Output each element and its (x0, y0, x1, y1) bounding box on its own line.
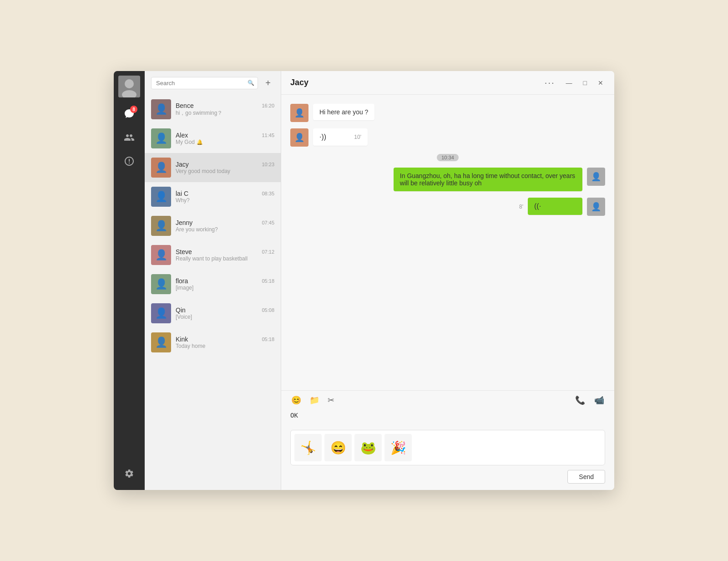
contact-time-bence: 16:20 (262, 103, 274, 108)
icon-sidebar: 8 (114, 71, 145, 490)
phone-button[interactable]: 📞 (574, 394, 586, 406)
contact-info-bence: Bence 16:20 hi，go swimming？ (176, 102, 274, 117)
contact-item-alex[interactable]: 👤 Alex 11:45 My God 🔔 (145, 124, 281, 153)
nav-discover-icon[interactable] (120, 152, 138, 170)
contact-item-jenny[interactable]: 👤 Jenny 07:45 Are you working? (145, 211, 281, 240)
contact-preview-bence: hi，go swimming？ (176, 109, 274, 117)
contact-time-alex: 11:45 (262, 133, 274, 138)
msg-bubble-m3: In Guangzhou, oh, ha ha long time withou… (394, 168, 582, 191)
search-input[interactable] (151, 77, 258, 89)
avatar-person-jenny: 👤 (151, 216, 171, 236)
contact-name-steve: Steve (176, 248, 192, 255)
contact-time-flora: 05:18 (262, 278, 274, 284)
window-controls: — □ ✕ (564, 78, 605, 87)
chat-messages: 👤 Hi here are you ? 👤 ·)) 10' 10:34 👤 In… (281, 95, 614, 390)
chat-titlebar: Jacy ··· — □ ✕ (281, 71, 614, 95)
voice-icon-m4: ((· (534, 202, 541, 210)
contact-item-bence[interactable]: 👤 Bence 16:20 hi，go swimming？ (145, 95, 281, 124)
contact-info-steve: Steve 07:12 Really want to play basketba… (176, 248, 274, 262)
add-contact-button[interactable]: + (262, 76, 274, 89)
maximize-button[interactable]: □ (581, 78, 589, 87)
contact-item-flora[interactable]: 👤 flora 05:18 [image] (145, 270, 281, 299)
chat-input[interactable] (290, 412, 605, 423)
contact-avatar-lai: 👤 (151, 187, 171, 207)
search-bar: 🔍 + (145, 71, 281, 95)
avatar-person-flora: 👤 (151, 274, 171, 294)
preview-text-qin: [Voice] (176, 314, 192, 320)
msg-row-m4: 👤 ((· 8' (290, 198, 605, 216)
scissors-button[interactable]: ✂ (327, 394, 335, 406)
msg-bubble-m4[interactable]: ((· (528, 198, 582, 215)
contact-name-row-jenny: Jenny 07:45 (176, 219, 274, 226)
contact-preview-steve: Really want to play basketball (176, 255, 274, 262)
contact-name-row-qin: Qin 05:08 (176, 306, 274, 314)
contact-item-lai[interactable]: 👤 lai C 08:35 Why? (145, 182, 281, 211)
sticker-3[interactable]: 🎉 (384, 434, 412, 461)
svg-point-1 (125, 79, 134, 88)
contact-panel: 🔍 + 👤 Bence 16:20 hi，go swimming？ 👤 Alex (145, 71, 281, 490)
avatar-icon-m4: 👤 (591, 202, 601, 212)
contact-time-jenny: 07:45 (262, 220, 274, 225)
search-icon: 🔍 (248, 80, 254, 86)
contact-info-jacy: Jacy 10:23 Very good mood today (176, 161, 274, 174)
avatar-person-bence: 👤 (151, 99, 171, 119)
contact-info-lai: lai C 08:35 Why? (176, 190, 274, 204)
contact-name-qin: Qin (176, 306, 186, 314)
contact-name-row-steve: Steve 07:12 (176, 248, 274, 255)
contact-name-row-jacy: Jacy 10:23 (176, 161, 274, 168)
close-button[interactable]: ✕ (596, 78, 605, 87)
mute-icon-alex: 🔔 (197, 139, 203, 145)
preview-text-kink: Today home (176, 343, 205, 349)
preview-text-alex: My God (176, 139, 195, 145)
chat-toolbar: 😊 📁 ✂ 📞 📹 (281, 390, 614, 409)
contact-info-jenny: Jenny 07:45 Are you working? (176, 219, 274, 233)
sent-duration-m4: 8' (519, 204, 523, 210)
contact-preview-jacy: Very good mood today (176, 168, 274, 174)
contact-avatar-steve: 👤 (151, 245, 171, 265)
msg-row-m2: 👤 ·)) 10' (290, 128, 605, 147)
contact-avatar-alex: 👤 (151, 128, 171, 148)
contact-preview-flora: [image] (176, 285, 274, 291)
app-window: 8 🔍 + 👤 (114, 71, 614, 490)
preview-text-lai: Why? (176, 197, 190, 204)
contact-time-steve: 07:12 (262, 249, 274, 255)
minimize-button[interactable]: — (564, 78, 574, 87)
sticker-0[interactable]: 🤸 (294, 434, 322, 461)
avatar-icon-m2: 👤 (294, 133, 304, 143)
emoji-popup: 🤸😄🐸🎉 (290, 430, 605, 465)
contact-name-row-alex: Alex 11:45 (176, 132, 274, 139)
contact-item-qin[interactable]: 👤 Qin 05:08 [Voice] (145, 299, 281, 328)
contact-name-lai: lai C (176, 190, 188, 197)
contact-list: 👤 Bence 16:20 hi，go swimming？ 👤 Alex 11:… (145, 95, 281, 490)
sticker-1[interactable]: 😄 (324, 434, 352, 461)
chat-title: Jacy (290, 78, 308, 87)
contact-info-alex: Alex 11:45 My God 🔔 (176, 132, 274, 145)
avatar-icon-m3: 👤 (591, 172, 601, 182)
time-separator-t1: 10:34 (290, 153, 605, 161)
contact-name-alex: Alex (176, 132, 188, 139)
nav-contacts-icon[interactable] (120, 128, 138, 147)
video-button[interactable]: 📹 (593, 394, 605, 406)
contact-name-jacy: Jacy (176, 161, 189, 168)
emoji-button[interactable]: 😊 (290, 394, 302, 406)
contact-item-steve[interactable]: 👤 Steve 07:12 Really want to play basket… (145, 240, 281, 270)
msg-row-m1: 👤 Hi here are you ? (290, 104, 605, 122)
self-avatar[interactable] (118, 76, 140, 97)
contact-preview-lai: Why? (176, 197, 274, 204)
send-button[interactable]: Send (567, 470, 605, 484)
settings-icon[interactable] (120, 464, 138, 483)
contact-item-kink[interactable]: 👤 Kink 05:18 Today home (145, 328, 281, 357)
nav-chat-icon[interactable]: 8 (120, 105, 138, 123)
chat-more-button[interactable]: ··· (545, 77, 555, 88)
unread-badge: 8 (130, 106, 137, 113)
contact-avatar-qin: 👤 (151, 303, 171, 323)
contact-time-kink: 05:18 (262, 337, 274, 342)
msg-avatar-m1: 👤 (290, 104, 308, 122)
msg-bubble-m2[interactable]: ·)) 10' (313, 128, 368, 146)
contact-item-jacy[interactable]: 👤 Jacy 10:23 Very good mood today (145, 153, 281, 182)
contact-name-row-kink: Kink 05:18 (176, 336, 274, 343)
sticker-2[interactable]: 🐸 (354, 434, 382, 461)
preview-text-bence: hi，go swimming？ (176, 109, 222, 117)
contact-avatar-jacy: 👤 (151, 158, 171, 178)
file-button[interactable]: 📁 (308, 394, 320, 406)
